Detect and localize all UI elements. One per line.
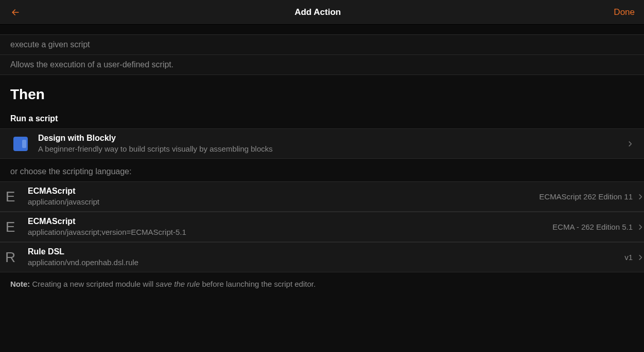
- action-name-row: execute a given script: [0, 35, 644, 55]
- then-heading: Then: [10, 86, 634, 103]
- language-mime: application/vnd.openhab.dsl.rule: [28, 257, 624, 268]
- blockly-icon: [13, 137, 28, 151]
- language-version: ECMAScript 262 Edition 11: [539, 192, 633, 201]
- note-text: Note: Creating a new scripted module wil…: [0, 272, 644, 295]
- language-mime: application/javascript;version=ECMAScrip…: [28, 227, 552, 237]
- choose-language-label: or choose the scripting language:: [0, 159, 644, 181]
- language-option-ecmascript-11[interactable]: E ECMAScript application/javascript ECMA…: [0, 181, 644, 212]
- note-prefix: Note:: [10, 280, 30, 288]
- language-letter-icon: E: [0, 189, 21, 205]
- note-before: Creating a new scripted module will: [30, 280, 155, 288]
- blockly-text: Design with Blockly A beginner-friendly …: [38, 133, 627, 154]
- language-option-ecmascript-51[interactable]: E ECMAScript application/javascript;vers…: [0, 212, 644, 242]
- note-italic: save the rule: [156, 280, 200, 288]
- language-letter-icon: E: [0, 219, 21, 235]
- language-title: ECMAScript: [28, 216, 552, 227]
- page-title: Add Action: [22, 7, 614, 17]
- language-option-rule-dsl[interactable]: R Rule DSL application/vnd.openhab.dsl.r…: [0, 242, 644, 272]
- run-script-subheading: Run a script: [10, 114, 634, 123]
- chevron-right-icon: [637, 193, 644, 200]
- action-description-row: Allows the execution of a user-defined s…: [0, 55, 644, 75]
- language-mime: application/javascript: [28, 197, 539, 207]
- done-button[interactable]: Done: [614, 7, 635, 17]
- language-title: ECMAScript: [28, 186, 539, 197]
- blockly-title: Design with Blockly: [38, 133, 627, 144]
- arrow-left-icon: [10, 7, 21, 17]
- note-after: before launching the script editor.: [200, 280, 316, 288]
- topbar: Add Action Done: [0, 0, 644, 25]
- blockly-option[interactable]: Design with Blockly A beginner-friendly …: [0, 128, 644, 159]
- blockly-list: Design with Blockly A beginner-friendly …: [0, 128, 644, 159]
- language-title: Rule DSL: [28, 247, 624, 257]
- chevron-right-icon: [637, 254, 644, 261]
- chevron-right-icon: [627, 140, 634, 147]
- blockly-subtitle: A beginner-friendly way to build scripts…: [38, 144, 627, 154]
- then-section: Then Run a script Design with Blockly A …: [0, 75, 644, 159]
- blockly-icon-wrap: [10, 137, 31, 151]
- chevron-right-icon: [637, 224, 644, 231]
- spacer-strip: [0, 25, 644, 35]
- language-version: ECMA - 262 Edition 5.1: [552, 223, 633, 231]
- language-list: E ECMAScript application/javascript ECMA…: [0, 181, 644, 272]
- language-letter-icon: R: [0, 249, 21, 266]
- back-button[interactable]: [9, 6, 22, 18]
- language-version: v1: [624, 253, 633, 262]
